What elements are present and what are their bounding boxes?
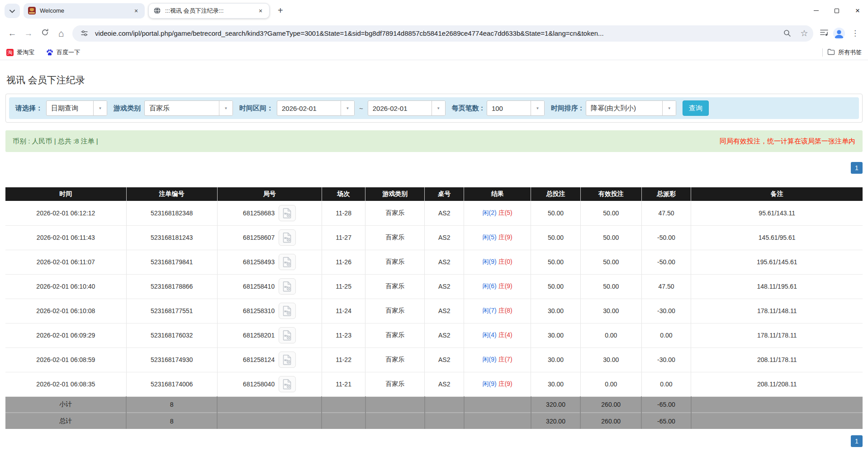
cell-total-bet[interactable]: 30.00 (531, 323, 581, 347)
total-count: 8 (126, 413, 217, 429)
url-text[interactable]: videoie.com/ipl/portal.php/game/betrecor… (95, 29, 776, 37)
subtotal-count: 8 (126, 396, 217, 413)
cell-remark: 178.11/178.11 (691, 323, 863, 347)
dropdown-arrow-icon[interactable]: ▼ (531, 101, 544, 115)
game-type-select[interactable]: 百家乐 ▼ (144, 100, 233, 116)
col-remark: 备注 (691, 187, 863, 201)
date-to-value[interactable]: 2026-02-01 (368, 101, 432, 115)
video-replay-button[interactable] (279, 303, 296, 319)
window-maximize-button[interactable] (826, 0, 847, 21)
cell-total-bet[interactable]: 50.00 (531, 201, 581, 225)
video-replay-button[interactable] (279, 229, 296, 246)
total-payout: -65.00 (641, 413, 691, 429)
cell-valid-bet: 50.00 (580, 250, 641, 274)
forward-arrow-icon: → (24, 29, 33, 38)
close-icon[interactable]: × (256, 7, 265, 15)
profile-avatar[interactable] (833, 28, 845, 39)
table-row: 2026-02-01 06:09:29523168176032681258201… (5, 323, 863, 347)
bookmark-baidu[interactable]: 百度一下 (46, 48, 80, 57)
new-tab-button[interactable]: + (273, 5, 288, 16)
col-payout: 总派彩 (641, 187, 691, 201)
result-banker: 庄(5) (498, 209, 512, 216)
cell-payout: 0.00 (641, 372, 691, 396)
media-controls-icon[interactable] (820, 29, 829, 38)
globe-icon (153, 7, 161, 14)
menu-kebab-icon[interactable]: ⋮ (849, 29, 861, 38)
date-from-value[interactable]: 2026-02-01 (277, 101, 341, 115)
address-bar[interactable]: videoie.com/ipl/portal.php/game/betrecor… (72, 25, 813, 42)
tab-search-button[interactable] (5, 4, 20, 18)
cell-total-bet[interactable]: 30.00 (531, 372, 581, 396)
taobao-icon: 淘 (6, 49, 14, 56)
baidu-paw-icon (46, 49, 53, 56)
cell-bet-id: 523168178866 (126, 274, 217, 299)
result-banker: 庄(8) (498, 307, 512, 314)
date-from-input[interactable]: 2026-02-01 ▼ (277, 100, 355, 116)
cell-total-bet[interactable]: 30.00 (531, 347, 581, 372)
bookmark-aitaobao[interactable]: 淘 爱淘宝 (6, 48, 34, 57)
cell-result: 闲(6) 庄(9) (464, 274, 531, 299)
dropdown-arrow-icon[interactable]: ▼ (341, 101, 354, 115)
window-minimize-button[interactable] (806, 0, 826, 21)
game-type-value: 百家乐 (145, 101, 219, 115)
cell-table: AS2 (425, 372, 464, 396)
table-row: 2026-02-01 06:12:12523168182348681258683… (5, 201, 863, 225)
round-number: 681258493 (243, 258, 275, 266)
video-replay-button[interactable] (279, 254, 296, 270)
query-button[interactable]: 查询 (683, 100, 709, 116)
video-replay-button[interactable] (279, 205, 296, 221)
forward-button[interactable]: → (21, 26, 36, 41)
dropdown-arrow-icon[interactable]: ▼ (219, 101, 232, 115)
dropdown-arrow-icon[interactable]: ▼ (432, 101, 445, 115)
home-button[interactable]: ⌂ (53, 26, 69, 41)
tab-welcome[interactable]: Welcome × (24, 3, 145, 19)
window-close-button[interactable]: × (847, 0, 868, 21)
round-number: 681258040 (243, 381, 275, 388)
total-row: 总计 8 320.00 260.00 -65.00 (5, 413, 863, 429)
bookmarks-bar: 淘 爱淘宝 百度一下 所有书签 (0, 45, 868, 60)
video-replay-button[interactable] (279, 278, 296, 295)
cell-total-bet[interactable]: 50.00 (531, 225, 581, 250)
cell-total-bet[interactable]: 30.00 (531, 299, 581, 323)
total-valid-bet: 260.00 (580, 413, 641, 429)
cell-game-type: 百家乐 (365, 347, 425, 372)
result-player: 闲(4) (483, 331, 497, 338)
back-button[interactable]: ← (5, 26, 20, 41)
result-banker: 庄(0) (498, 258, 512, 265)
cell-time: 2026-02-01 06:11:07 (5, 250, 126, 274)
cell-total-bet[interactable]: 50.00 (531, 250, 581, 274)
page-number-button[interactable]: 1 (851, 435, 863, 447)
tab-bet-record[interactable]: :::视讯 会员下注纪录::: × (148, 3, 270, 19)
video-replay-button[interactable] (279, 376, 296, 392)
result-player: 闲(2) (483, 209, 497, 216)
all-bookmarks-button[interactable]: 所有书签 (827, 48, 862, 57)
cell-table: AS2 (425, 299, 464, 323)
cell-total-bet[interactable]: 50.00 (531, 274, 581, 299)
site-info-icon[interactable] (78, 27, 90, 40)
cell-round: 681258410 (217, 274, 322, 299)
page-number-button[interactable]: 1 (851, 162, 863, 174)
video-replay-button[interactable] (279, 352, 296, 368)
per-page-input[interactable]: 100 ▼ (487, 100, 545, 116)
zoom-magnifier-icon[interactable] (781, 27, 793, 40)
dropdown-arrow-icon[interactable]: ▼ (93, 101, 107, 115)
cell-bet-id: 523168181243 (126, 225, 217, 250)
table-row: 2026-02-01 06:11:43523168181243681258607… (5, 225, 863, 250)
result-player: 闲(9) (483, 380, 497, 387)
bookmark-star-icon[interactable]: ☆ (798, 27, 811, 40)
video-replay-button[interactable] (279, 327, 296, 343)
round-number: 681258607 (243, 234, 275, 241)
query-type-select[interactable]: 日期查询 ▼ (46, 100, 107, 116)
round-number: 681258124 (243, 356, 275, 363)
close-icon[interactable]: × (132, 7, 140, 15)
per-page-value[interactable]: 100 (487, 101, 531, 115)
reload-button[interactable] (37, 26, 52, 41)
cell-game-type: 百家乐 (365, 201, 425, 225)
dropdown-arrow-icon[interactable]: ▼ (662, 101, 676, 115)
per-page-label: 每页笔数 : (452, 104, 483, 113)
cell-session: 11-25 (322, 274, 365, 299)
date-to-input[interactable]: 2026-02-01 ▼ (368, 100, 446, 116)
time-sort-select[interactable]: 降幂(由大到小) ▼ (586, 100, 676, 116)
welcome-favicon (28, 7, 36, 14)
chevron-down-icon (9, 7, 15, 15)
